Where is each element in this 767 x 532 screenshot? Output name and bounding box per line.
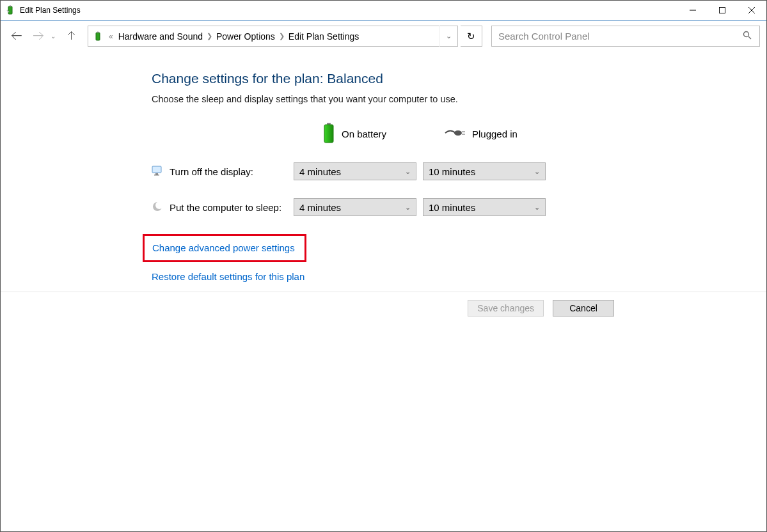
display-plugged-dropdown[interactable]: 10 minutes ⌄ [423, 162, 546, 180]
navigation-row: 🡠 🡢 ⌄ 🡡 « Hardware and Sound ❯ Power Opt… [1, 20, 766, 52]
breadcrumb-edit-plan[interactable]: Edit Plan Settings [286, 31, 362, 42]
sleep-battery-dropdown[interactable]: 4 minutes ⌄ [294, 198, 416, 216]
columns-header: On battery Plugged in [152, 122, 766, 146]
svg-rect-7 [97, 31, 99, 33]
plug-icon [444, 127, 466, 141]
moon-icon [152, 201, 163, 214]
chevron-down-icon: ⌄ [534, 168, 540, 176]
page-subtitle: Choose the sleep and display settings th… [152, 94, 766, 104]
up-button[interactable]: 🡡 [62, 27, 81, 46]
svg-rect-0 [8, 6, 12, 14]
sleep-plugged-dropdown[interactable]: 10 minutes ⌄ [423, 198, 546, 216]
svg-rect-1 [10, 6, 11, 7]
title-bar: Edit Plan Settings [1, 1, 766, 20]
on-battery-header: On battery [294, 122, 422, 146]
save-button[interactable]: Save changes [468, 300, 544, 317]
display-label: Turn off the display: [152, 165, 294, 178]
recent-chevron-icon[interactable]: ⌄ [51, 33, 59, 40]
sleep-label: Put the computer to sleep: [152, 201, 294, 214]
chevron-right-icon[interactable]: ❯ [205, 32, 214, 40]
content-area: Change settings for the plan: Balanced C… [1, 52, 766, 283]
footer: Save changes Cancel [1, 292, 766, 324]
plugged-in-header: Plugged in [422, 127, 550, 141]
highlight-annotation: Change advanced power settings [143, 234, 306, 262]
svg-point-19 [155, 201, 163, 209]
battery-icon [322, 122, 335, 146]
change-advanced-link[interactable]: Change advanced power settings [152, 242, 295, 253]
power-plan-icon [6, 5, 16, 15]
search-icon[interactable] [735, 31, 759, 42]
sleep-plugged-value: 10 minutes [429, 202, 475, 213]
breadcrumb-power-options[interactable]: Power Options [214, 31, 278, 42]
setting-row-sleep: Put the computer to sleep: 4 minutes ⌄ 1… [152, 198, 766, 216]
setting-row-display: Turn off the display: 4 minutes ⌄ 10 min… [152, 162, 766, 180]
svg-point-12 [454, 130, 462, 136]
cancel-button[interactable]: Cancel [553, 300, 614, 317]
display-label-text: Turn off the display: [170, 166, 253, 177]
power-plan-icon [88, 31, 109, 42]
monitor-icon [152, 165, 163, 178]
svg-rect-6 [96, 33, 100, 40]
forward-button[interactable]: 🡢 [29, 27, 48, 46]
display-plugged-value: 10 minutes [429, 166, 475, 177]
search-input[interactable] [492, 31, 735, 42]
window-controls [678, 1, 766, 20]
sleep-battery-value: 4 minutes [299, 202, 341, 213]
svg-rect-3 [720, 8, 725, 13]
address-bar[interactable]: « Hardware and Sound ❯ Power Options ❯ E… [88, 26, 458, 47]
maximize-button[interactable] [708, 1, 737, 20]
window-title: Edit Plan Settings [20, 6, 81, 15]
sleep-label-text: Put the computer to sleep: [170, 202, 281, 213]
breadcrumb-hardware-sound[interactable]: Hardware and Sound [116, 31, 205, 42]
back-button[interactable]: 🡠 [7, 27, 26, 46]
on-battery-label: On battery [342, 129, 386, 139]
svg-rect-17 [154, 175, 159, 176]
plugged-in-label: Plugged in [472, 129, 518, 139]
restore-defaults-link[interactable]: Restore default settings for this plan [152, 271, 304, 282]
svg-rect-15 [152, 166, 161, 173]
svg-line-9 [748, 36, 751, 39]
address-dropdown-icon[interactable]: ⌄ [439, 26, 457, 47]
display-battery-dropdown[interactable]: 4 minutes ⌄ [294, 162, 416, 180]
svg-rect-11 [324, 125, 333, 143]
chevron-down-icon: ⌄ [534, 203, 540, 212]
chevron-down-icon: ⌄ [405, 168, 411, 176]
close-button[interactable] [737, 1, 766, 20]
minimize-button[interactable] [678, 1, 708, 20]
refresh-button[interactable]: ↻ [461, 26, 482, 47]
display-battery-value: 4 minutes [299, 166, 341, 177]
breadcrumb-prefix-icon[interactable]: « [109, 32, 116, 41]
page-title: Change settings for the plan: Balanced [152, 71, 766, 86]
svg-rect-16 [155, 173, 158, 175]
svg-point-8 [744, 32, 749, 37]
search-box [491, 26, 760, 47]
chevron-right-icon[interactable]: ❯ [278, 32, 286, 40]
chevron-down-icon: ⌄ [405, 203, 411, 212]
